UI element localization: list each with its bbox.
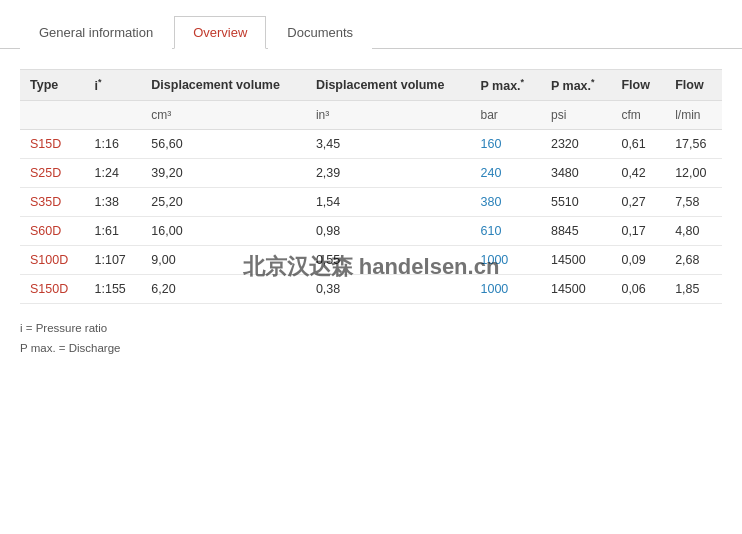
cell-i: 1:61 <box>85 217 142 246</box>
cell-i: 1:38 <box>85 188 142 217</box>
tabs-bar: General information Overview Documents <box>0 0 742 49</box>
table-unit-row: cm³ in³ bar psi cfm l/min <box>20 101 722 130</box>
cell-disp-in3: 2,39 <box>306 159 471 188</box>
cell-i: 1:107 <box>85 246 142 275</box>
table-body: S15D1:1656,603,4516023200,6117,56S25D1:2… <box>20 130 722 304</box>
type-link[interactable]: S15D <box>30 137 61 151</box>
cell-disp-in3: 0,55 <box>306 246 471 275</box>
cell-disp-in3: 3,45 <box>306 130 471 159</box>
cell-disp-in3: 1,54 <box>306 188 471 217</box>
cell-disp-cm3: 56,60 <box>141 130 306 159</box>
table-header-row: Type i* Displacement volume Displacement… <box>20 70 722 101</box>
col-header-pmax-psi: P max.* <box>541 70 611 101</box>
table-row: S60D1:6116,000,9861088450,174,80 <box>20 217 722 246</box>
main-content: Type i* Displacement volume Displacement… <box>0 49 742 378</box>
cell-pmax-psi: 5510 <box>541 188 611 217</box>
cell-pmax-bar: 160 <box>471 130 541 159</box>
table-row: S15D1:1656,603,4516023200,6117,56 <box>20 130 722 159</box>
table-row: S100D1:1079,000,551000145000,092,68 <box>20 246 722 275</box>
unit-lmin: l/min <box>665 101 722 130</box>
cell-disp-in3: 0,98 <box>306 217 471 246</box>
cell-i: 1:24 <box>85 159 142 188</box>
cell-flow-cfm: 0,17 <box>611 217 665 246</box>
table-row: S25D1:2439,202,3924034800,4212,00 <box>20 159 722 188</box>
cell-flow-lmin: 1,85 <box>665 275 722 304</box>
cell-flow-lmin: 7,58 <box>665 188 722 217</box>
cell-disp-cm3: 25,20 <box>141 188 306 217</box>
cell-flow-lmin: 4,80 <box>665 217 722 246</box>
cell-flow-lmin: 12,00 <box>665 159 722 188</box>
cell-disp-cm3: 39,20 <box>141 159 306 188</box>
type-link[interactable]: S100D <box>30 253 68 267</box>
table-row: S150D1:1556,200,381000145000,061,85 <box>20 275 722 304</box>
cell-pmax-bar: 1000 <box>471 275 541 304</box>
cell-pmax-bar: 1000 <box>471 246 541 275</box>
cell-type[interactable]: S60D <box>20 217 85 246</box>
cell-type[interactable]: S15D <box>20 130 85 159</box>
cell-pmax-bar: 380 <box>471 188 541 217</box>
type-link[interactable]: S60D <box>30 224 61 238</box>
cell-pmax-psi: 14500 <box>541 275 611 304</box>
cell-type[interactable]: S35D <box>20 188 85 217</box>
tab-overview[interactable]: Overview <box>174 16 266 49</box>
col-header-i: i* <box>85 70 142 101</box>
col-header-disp-in3: Displacement volume <box>306 70 471 101</box>
cell-disp-in3: 0,38 <box>306 275 471 304</box>
cell-flow-cfm: 0,27 <box>611 188 665 217</box>
data-table: Type i* Displacement volume Displacement… <box>20 69 722 304</box>
cell-pmax-psi: 2320 <box>541 130 611 159</box>
cell-i: 1:16 <box>85 130 142 159</box>
col-header-flow-lmin: Flow <box>665 70 722 101</box>
footnote-2: P max. = Discharge <box>20 339 722 359</box>
col-header-pmax-bar: P max.* <box>471 70 541 101</box>
type-link[interactable]: S35D <box>30 195 61 209</box>
col-header-type: Type <box>20 70 85 101</box>
footnotes: i = Pressure ratio P max. = Discharge <box>20 319 722 358</box>
unit-cm3: cm³ <box>141 101 306 130</box>
unit-cfm: cfm <box>611 101 665 130</box>
unit-type <box>20 101 85 130</box>
unit-in3: in³ <box>306 101 471 130</box>
cell-flow-cfm: 0,61 <box>611 130 665 159</box>
cell-pmax-psi: 14500 <box>541 246 611 275</box>
footnote-1: i = Pressure ratio <box>20 319 722 339</box>
tab-general[interactable]: General information <box>20 16 172 49</box>
cell-pmax-psi: 3480 <box>541 159 611 188</box>
cell-type[interactable]: S25D <box>20 159 85 188</box>
table-row: S35D1:3825,201,5438055100,277,58 <box>20 188 722 217</box>
col-header-disp-cm3: Displacement volume <box>141 70 306 101</box>
unit-i <box>85 101 142 130</box>
cell-pmax-bar: 610 <box>471 217 541 246</box>
col-header-flow-cfm: Flow <box>611 70 665 101</box>
cell-disp-cm3: 6,20 <box>141 275 306 304</box>
cell-disp-cm3: 9,00 <box>141 246 306 275</box>
unit-bar: bar <box>471 101 541 130</box>
cell-flow-cfm: 0,09 <box>611 246 665 275</box>
cell-flow-lmin: 2,68 <box>665 246 722 275</box>
type-link[interactable]: S150D <box>30 282 68 296</box>
cell-flow-cfm: 0,06 <box>611 275 665 304</box>
cell-flow-cfm: 0,42 <box>611 159 665 188</box>
cell-pmax-psi: 8845 <box>541 217 611 246</box>
tab-documents[interactable]: Documents <box>268 16 372 49</box>
unit-psi: psi <box>541 101 611 130</box>
cell-pmax-bar: 240 <box>471 159 541 188</box>
cell-disp-cm3: 16,00 <box>141 217 306 246</box>
cell-type[interactable]: S150D <box>20 275 85 304</box>
cell-flow-lmin: 17,56 <box>665 130 722 159</box>
type-link[interactable]: S25D <box>30 166 61 180</box>
cell-i: 1:155 <box>85 275 142 304</box>
cell-type[interactable]: S100D <box>20 246 85 275</box>
